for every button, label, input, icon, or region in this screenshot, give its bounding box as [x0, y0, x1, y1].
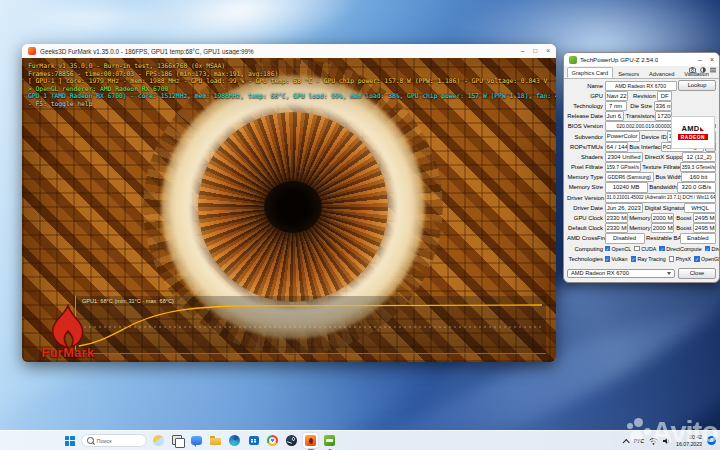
- gpuz-row-computing: Computing✓OpenCLCUDA✓DirectCompute✓Direc…: [567, 244, 716, 253]
- furmark-taskbar-icon: [305, 435, 316, 446]
- chat-icon: [191, 436, 202, 445]
- checkbox-directml[interactable]: ✓DirectML: [705, 246, 720, 252]
- menu-icon[interactable]: [710, 67, 716, 76]
- taskbar-apps: Поиск: [62, 431, 337, 450]
- osd-line: [ GPU-1 ] core: 1979 MHz - mem: 1988 MHz…: [28, 77, 556, 85]
- gpu-temp-graph: GPU1: 68°C (min: 31°C - max: 68°C): [75, 296, 546, 354]
- field-value: AMD Radeon RX 6700: [605, 81, 677, 91]
- field-label: Technologies: [567, 256, 603, 262]
- field-value: 2330 MHz: [605, 223, 628, 233]
- minimize-icon[interactable]: –: [521, 44, 525, 58]
- gpuz-row-name: NameAMD Radeon RX 6700Lookup: [567, 81, 716, 90]
- checkbox-cuda[interactable]: CUDA: [634, 246, 656, 252]
- taskbar-app-gpu-z[interactable]: [322, 433, 337, 448]
- taskbar-app-file-explorer[interactable]: [208, 433, 223, 448]
- field-value: 2495 MHz: [693, 213, 716, 223]
- gpu-selector-dropdown[interactable]: AMD Radeon RX 6700: [567, 269, 675, 279]
- chrome-icon: [267, 435, 278, 446]
- checkbox-vulkan[interactable]: ✓Vulkan: [605, 256, 628, 262]
- file-explorer-icon: [210, 436, 221, 445]
- checkbox-label: DirectCompute: [666, 246, 701, 252]
- checkbox-unchecked-icon: [669, 256, 675, 262]
- checkbox-checked-icon: ✓: [605, 246, 611, 252]
- maximize-icon[interactable]: □: [533, 44, 537, 58]
- search-icon: [87, 437, 94, 444]
- checkbox-label: OpenCL: [612, 246, 632, 252]
- field-value: 12 (12_2): [682, 152, 716, 162]
- checkbox-checked-icon: ✓: [694, 256, 700, 262]
- gpuz-titlebar[interactable]: TechPowerUp GPU-Z 2.54.0 – ×: [564, 53, 719, 66]
- theme-icon[interactable]: [700, 67, 706, 76]
- gpuz-row-technologies: Technologies✓Vulkan✓Ray TracingPhysX✓Ope…: [567, 254, 716, 263]
- checkbox-group: ✓OpenCLCUDA✓DirectCompute✓DirectML: [605, 246, 720, 252]
- field-value: 359.3 GTexel/s: [680, 162, 716, 172]
- gpuz-row-driver-date: Driver DateJun 26, 2023Digital Signature…: [567, 203, 716, 212]
- tab-advanced[interactable]: Advanced: [645, 68, 679, 78]
- field-value: Jun 26, 2023: [605, 203, 644, 213]
- windows-logo-icon: [65, 436, 75, 446]
- checkbox-physx[interactable]: PhysX: [669, 256, 691, 262]
- field-value: 64 / 144: [605, 142, 628, 152]
- gpuz-row-release-date: Release DateJun 6, 2022Transistors17200M: [567, 112, 672, 121]
- taskbar-app-chrome[interactable]: [265, 433, 280, 448]
- taskbar-app-start[interactable]: [62, 433, 77, 448]
- close-icon[interactable]: ×: [546, 44, 550, 58]
- field-label: Bus Interface: [629, 144, 659, 150]
- tab-graphics-card[interactable]: Graphics Card: [567, 67, 613, 78]
- field-label: Device ID: [641, 134, 665, 140]
- chevron-down-icon: [667, 272, 671, 275]
- gpuz-row-gpu-clock: GPU Clock2330 MHzMemory2000 MHzBoost2495…: [567, 213, 716, 222]
- furmark-window-title: Geeks3D FurMark v1.35.0.0 - 186FPS, GPU1…: [40, 48, 254, 55]
- field-label: DirectX Support: [645, 154, 681, 160]
- avito-watermark-text: Avito: [652, 418, 718, 446]
- gpuz-toolbar: [689, 67, 716, 76]
- osd-line: FurMark v1.35.0.0 - Burn-in test, 1366x7…: [28, 62, 556, 70]
- checkbox-opengl-4-6[interactable]: ✓OpenGL 4.6: [694, 256, 720, 262]
- gpuz-row-gpu: GPUNavi 22RevisionDF: [567, 91, 672, 100]
- taskbar: Поиск РУС 20:42 16.07.2023 8: [0, 430, 720, 450]
- camera-icon[interactable]: [689, 67, 696, 76]
- field-label: Die Size: [628, 103, 652, 109]
- gpuz-app-icon: [569, 56, 577, 64]
- furmark-logo: FurMark: [24, 304, 112, 360]
- search-input[interactable]: Поиск: [81, 434, 147, 447]
- close-icon[interactable]: ×: [710, 53, 714, 66]
- field-label: Name: [567, 83, 603, 89]
- checkbox-directcompute[interactable]: ✓DirectCompute: [659, 246, 701, 252]
- field-value: 336 mm²: [654, 101, 672, 111]
- gpuz-row-driver-version: Driver Version31.0.21001.45002 (Adrenali…: [567, 193, 716, 202]
- taskbar-app-task-view[interactable]: [170, 433, 185, 448]
- close-button[interactable]: Close: [678, 268, 716, 279]
- field-value: WHQL: [684, 203, 716, 213]
- amd-logo-text: AMD: [682, 125, 705, 133]
- field-label: Driver Date: [567, 205, 603, 211]
- taskbar-app-steam[interactable]: [284, 433, 299, 448]
- button-lookup[interactable]: Lookup: [678, 80, 716, 91]
- furmark-render-viewport: FurMark v1.35.0.0 - Burn-in test, 1366x7…: [22, 58, 556, 362]
- field-value: 10240 MB: [605, 182, 648, 192]
- checkbox-ray-tracing[interactable]: ✓Ray Tracing: [631, 256, 666, 262]
- eye-iris: [198, 112, 388, 302]
- taskbar-app-chat[interactable]: [189, 433, 204, 448]
- osd-line: - F5: toggle help: [28, 100, 556, 108]
- taskbar-app-widgets[interactable]: [151, 433, 166, 448]
- field-value: 320.0 GB/s: [677, 182, 716, 192]
- gpuz-tabbar: Graphics CardSensorsAdvancedValidation: [564, 66, 719, 79]
- field-value: 2304 Unified: [605, 152, 644, 162]
- furmark-window: Geeks3D FurMark v1.35.0.0 - 186FPS, GPU1…: [22, 44, 556, 362]
- field-value: Jun 6, 2022: [605, 111, 625, 121]
- furmark-titlebar[interactable]: Geeks3D FurMark v1.35.0.0 - 186FPS, GPU1…: [22, 44, 556, 58]
- field-label: Memory Size: [567, 184, 603, 190]
- gpu-selector-value: AMD Radeon RX 6700: [571, 269, 629, 278]
- minimize-icon[interactable]: –: [698, 53, 702, 66]
- taskbar-app-store[interactable]: [246, 433, 261, 448]
- gpuz-window-title: TechPowerUp GPU-Z 2.54.0: [580, 56, 658, 63]
- taskbar-app-edge[interactable]: [227, 433, 242, 448]
- field-label: Subvendor: [567, 134, 603, 140]
- tab-sensors[interactable]: Sensors: [614, 68, 644, 78]
- gpuz-taskbar-icon: [324, 435, 335, 446]
- checkbox-opencl[interactable]: ✓OpenCL: [605, 246, 632, 252]
- taskbar-app-furmark[interactable]: [303, 433, 318, 448]
- eye-pupil: [264, 181, 322, 233]
- field-label: Boost: [675, 215, 691, 221]
